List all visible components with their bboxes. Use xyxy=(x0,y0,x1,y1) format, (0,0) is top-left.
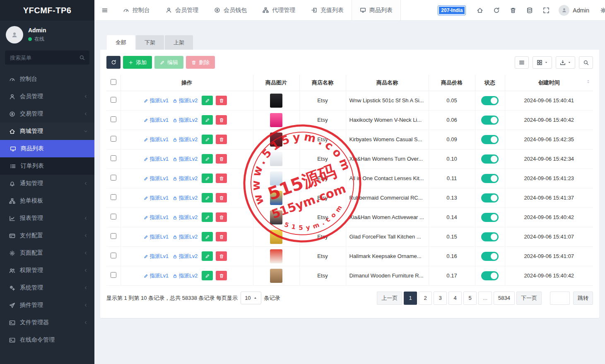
status-toggle[interactable] xyxy=(481,271,499,280)
column-created[interactable]: 创建时间 xyxy=(505,75,593,91)
status-toggle[interactable] xyxy=(481,96,499,105)
topnav-item-dashboard[interactable]: 控制台 xyxy=(115,0,158,21)
row-checkbox[interactable] xyxy=(111,194,116,200)
sidebar-toggle-button[interactable] xyxy=(94,0,115,21)
page-button-1[interactable]: 1 xyxy=(404,292,417,305)
assign-lv1-link[interactable]: 指派Lv1 xyxy=(144,136,169,143)
prev-page-button[interactable]: 上一页 xyxy=(377,292,402,305)
refresh-button[interactable] xyxy=(106,56,121,69)
add-button[interactable]: 添加 xyxy=(123,56,152,69)
row-delete-button[interactable] xyxy=(216,193,227,202)
row-checkbox[interactable] xyxy=(111,175,116,181)
sidebar-item-system[interactable]: 系统管理 xyxy=(0,279,94,297)
topnav-item-member[interactable]: 会员管理 xyxy=(158,0,206,21)
status-toggle[interactable] xyxy=(481,252,499,261)
row-edit-button[interactable] xyxy=(202,232,213,241)
assign-lv1-link[interactable]: 指派Lv1 xyxy=(144,234,169,241)
avatar[interactable] xyxy=(6,26,23,43)
detail-view-button[interactable] xyxy=(515,56,529,69)
assign-lv1-link[interactable]: 指派Lv1 xyxy=(144,117,169,124)
assign-lv2-link[interactable]: 指派Lv2 xyxy=(173,136,198,143)
export-dropdown-button[interactable] xyxy=(556,56,575,69)
page-button-3[interactable]: 3 xyxy=(434,292,447,305)
status-toggle[interactable] xyxy=(481,232,499,241)
row-delete-button[interactable] xyxy=(216,154,227,164)
assign-lv2-link[interactable]: 指派Lv2 xyxy=(173,195,198,202)
row-checkbox[interactable] xyxy=(111,214,116,219)
page-button-4[interactable]: 4 xyxy=(448,292,462,305)
assign-lv2-link[interactable]: 指派Lv2 xyxy=(173,214,198,221)
sidebar-item-payment-config[interactable]: 支付配置 xyxy=(0,227,94,244)
assign-lv1-link[interactable]: 指派Lv1 xyxy=(144,97,169,104)
assign-lv2-link[interactable]: 指派Lv2 xyxy=(173,175,198,182)
sidebar-item-grab-template[interactable]: 抢单模板 xyxy=(0,192,94,210)
topnav-item-wallet[interactable]: 会员钱包 xyxy=(206,0,255,21)
row-edit-button[interactable] xyxy=(202,115,213,125)
home-button[interactable] xyxy=(472,0,488,21)
region-input[interactable]: 207-India xyxy=(438,5,466,15)
assign-lv2-link[interactable]: 指派Lv2 xyxy=(173,272,198,280)
assign-lv1-link[interactable]: 指派Lv1 xyxy=(144,195,169,202)
assign-lv2-link[interactable]: 指派Lv2 xyxy=(173,234,198,241)
edit-button[interactable]: 编辑 xyxy=(154,56,183,69)
sidebar-item-trade[interactable]: 交易管理 xyxy=(0,105,94,123)
row-edit-button[interactable] xyxy=(202,135,213,144)
row-edit-button[interactable] xyxy=(202,212,213,222)
status-toggle[interactable] xyxy=(481,213,499,222)
topnav-item-agent[interactable]: 代理管理 xyxy=(255,0,303,21)
row-checkbox[interactable] xyxy=(111,272,116,278)
clear-trash-button[interactable] xyxy=(505,0,521,21)
assign-lv1-link[interactable]: 指派Lv1 xyxy=(144,253,169,260)
tab-all[interactable]: 全部 xyxy=(107,35,135,50)
sidebar-item-page-config[interactable]: 页面配置 xyxy=(0,244,94,262)
row-edit-button[interactable] xyxy=(202,154,213,164)
sidebar-item-file-manager[interactable]: 文件管理器 xyxy=(0,314,94,331)
row-delete-button[interactable] xyxy=(216,232,227,241)
sidebar-item-dashboard[interactable]: 控制台 xyxy=(0,70,94,88)
page-size-select[interactable]: 10 xyxy=(241,292,261,304)
page-button-last[interactable]: 5834 xyxy=(494,292,515,305)
sidebar-item-product-list[interactable]: 商品列表 xyxy=(0,140,94,157)
sidebar-item-member[interactable]: 会员管理 xyxy=(0,88,94,105)
sidebar-item-notice[interactable]: 通知管理 xyxy=(0,175,94,192)
refresh-page-button[interactable] xyxy=(488,0,505,21)
status-toggle[interactable] xyxy=(481,116,499,125)
assign-lv2-link[interactable]: 指派Lv2 xyxy=(173,253,198,260)
row-edit-button[interactable] xyxy=(202,271,213,280)
row-edit-button[interactable] xyxy=(202,96,213,105)
assign-lv1-link[interactable]: 指派Lv1 xyxy=(144,272,169,280)
status-toggle[interactable] xyxy=(481,154,499,164)
row-checkbox[interactable] xyxy=(111,155,116,161)
row-edit-button[interactable] xyxy=(202,193,213,202)
delete-button[interactable]: 删除 xyxy=(186,56,215,69)
row-delete-button[interactable] xyxy=(216,115,227,125)
tab-on-shelf[interactable]: 上架 xyxy=(165,35,193,50)
row-checkbox[interactable] xyxy=(111,116,116,122)
sidebar-item-mall[interactable]: 商城管理 xyxy=(0,123,94,140)
settings-gear-button[interactable] xyxy=(595,0,605,21)
topnav-item-recharge[interactable]: 充值列表 xyxy=(303,0,352,21)
row-checkbox[interactable] xyxy=(111,233,116,239)
row-delete-button[interactable] xyxy=(216,96,227,105)
sidebar-item-plugin[interactable]: 插件管理 xyxy=(0,297,94,314)
fullscreen-button[interactable] xyxy=(538,0,554,21)
assign-lv2-link[interactable]: 指派Lv2 xyxy=(173,156,198,163)
assign-lv2-link[interactable]: 指派Lv2 xyxy=(173,117,198,124)
row-delete-button[interactable] xyxy=(216,212,227,222)
row-delete-button[interactable] xyxy=(216,174,227,183)
columns-dropdown-button[interactable] xyxy=(533,56,552,69)
assign-lv1-link[interactable]: 指派Lv1 xyxy=(144,214,169,221)
sidebar-item-permission[interactable]: 权限管理 xyxy=(0,262,94,279)
next-page-button[interactable]: 下一页 xyxy=(516,292,542,305)
menu-search-input[interactable] xyxy=(5,51,89,65)
status-toggle[interactable] xyxy=(481,193,499,202)
row-checkbox[interactable] xyxy=(111,97,116,103)
sidebar-item-online-command[interactable]: 在线命令管理 xyxy=(0,331,94,349)
assign-lv2-link[interactable]: 指派Lv2 xyxy=(173,97,198,104)
select-all-checkbox[interactable] xyxy=(111,79,116,85)
row-checkbox[interactable] xyxy=(111,136,116,142)
page-button-2[interactable]: 2 xyxy=(419,292,432,305)
row-edit-button[interactable] xyxy=(202,174,213,183)
status-toggle[interactable] xyxy=(481,174,499,183)
topbar-avatar[interactable] xyxy=(559,5,569,16)
